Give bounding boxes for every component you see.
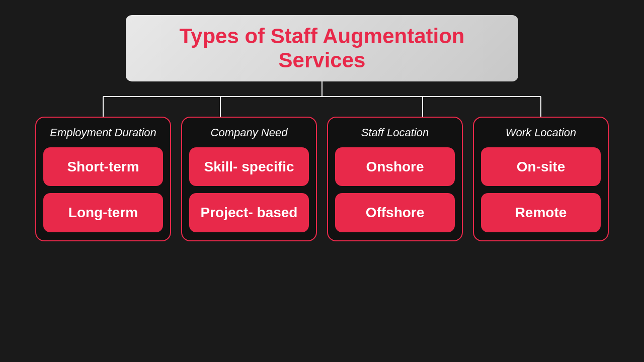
category-card-employment-duration: Employment DurationShort-termLong-term [35, 117, 171, 241]
item-btn-staff-location-1[interactable]: Offshore [335, 193, 455, 232]
category-title-employment-duration: Employment Duration [50, 126, 156, 140]
category-card-company-need: Company NeedSkill- specificProject- base… [181, 117, 317, 241]
page-title: Types of Staff Augmentation Services [156, 24, 488, 72]
title-box: Types of Staff Augmentation Services [126, 15, 518, 81]
cards-row: Employment DurationShort-termLong-termCo… [20, 117, 624, 241]
item-btn-company-need-1[interactable]: Project- based [189, 193, 309, 232]
category-title-company-need: Company Need [211, 126, 288, 140]
category-card-work-location: Work LocationOn-siteRemote [473, 117, 609, 241]
connector-svg [20, 81, 624, 117]
title-plain: Types of [179, 24, 270, 48]
item-btn-company-need-0[interactable]: Skill- specific [189, 147, 309, 187]
title-highlight: Staff Augmentation Services [271, 24, 465, 72]
category-card-staff-location: Staff LocationOnshoreOffshore [327, 117, 463, 241]
connector-area [20, 81, 624, 117]
item-btn-work-location-1[interactable]: Remote [481, 193, 601, 232]
item-btn-work-location-0[interactable]: On-site [481, 147, 601, 187]
category-title-work-location: Work Location [506, 126, 577, 140]
item-btn-employment-duration-0[interactable]: Short-term [43, 147, 163, 187]
category-title-staff-location: Staff Location [361, 126, 429, 140]
item-btn-employment-duration-1[interactable]: Long-term [43, 193, 163, 232]
item-btn-staff-location-0[interactable]: Onshore [335, 147, 455, 187]
